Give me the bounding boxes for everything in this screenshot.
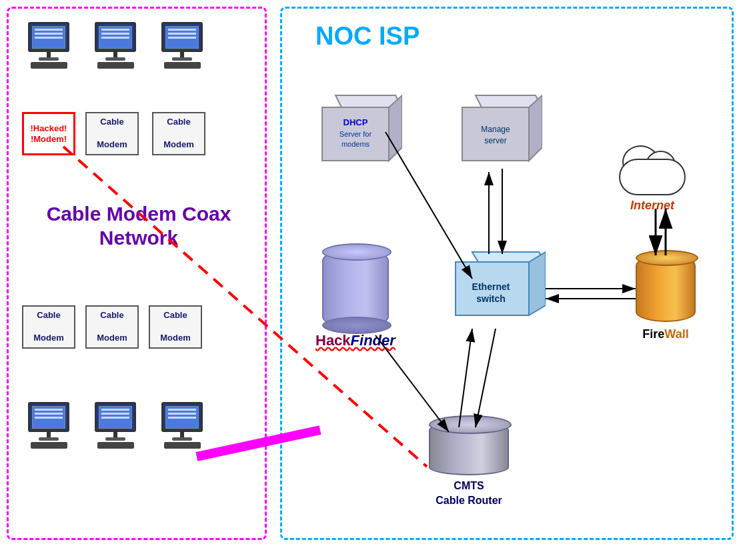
firewall-cylinder xyxy=(636,255,696,322)
svg-text:DHCP: DHCP xyxy=(343,117,368,127)
hackfinder-cylinder xyxy=(322,249,389,329)
ethernet-switch: Ethernet switch xyxy=(452,249,546,329)
noc-isp-section: NOC ISP DHCP Server for modems Manage se… xyxy=(280,7,734,540)
cmts-label: CMTS Cable Router xyxy=(436,479,502,509)
cable-modem-section: !Hacked! !Modem! Cable Modem Cable Modem… xyxy=(7,7,267,540)
computer-1 xyxy=(22,22,75,69)
svg-text:server: server xyxy=(484,136,506,145)
internet-cloud xyxy=(609,142,696,195)
dhcp-server: DHCP Server for modems xyxy=(315,89,402,169)
computer-4 xyxy=(22,402,75,449)
monitor-1 xyxy=(28,22,69,52)
computer-5 xyxy=(89,402,142,449)
bottom-modems: Cable Modem Cable Modem Cable Modem xyxy=(22,305,202,349)
svg-text:Server for: Server for xyxy=(339,130,372,138)
svg-text:Ethernet: Ethernet xyxy=(472,281,510,292)
cable-modem-1: Cable Modem xyxy=(85,112,139,155)
computer-2 xyxy=(89,22,142,69)
cable-modem-5: Cable Modem xyxy=(149,305,202,349)
svg-marker-13 xyxy=(529,252,546,315)
svg-line-19 xyxy=(476,329,496,427)
network-label-text: Cable Modem Coax Network xyxy=(29,202,249,250)
computer-6 xyxy=(155,402,209,449)
svg-marker-8 xyxy=(529,95,542,161)
cable-modem-2: Cable Modem xyxy=(152,112,205,155)
svg-line-21 xyxy=(459,329,472,427)
computer-3 xyxy=(155,22,209,69)
hackfinder-label: HackFinder xyxy=(315,332,396,349)
cable-modem-3: Cable Modem xyxy=(22,305,75,349)
svg-text:Manage: Manage xyxy=(481,125,510,134)
top-computers xyxy=(22,22,209,69)
svg-line-20 xyxy=(376,335,449,432)
svg-marker-2 xyxy=(389,95,402,161)
internet-container: Internet xyxy=(609,142,696,213)
hacked-modem: !Hacked! !Modem! xyxy=(22,112,75,155)
svg-text:modems: modems xyxy=(341,140,370,148)
manage-server-icon: Manage server xyxy=(456,89,542,169)
firewall-label: FireWall xyxy=(642,327,688,341)
hackfinder-container: HackFinder xyxy=(315,249,396,349)
firewall-container: FireWall xyxy=(636,255,696,341)
cable-modem-4: Cable Modem xyxy=(85,305,139,349)
manage-server: Manage server xyxy=(456,89,542,169)
top-modems: Cable Modem Cable Modem xyxy=(85,112,205,155)
svg-rect-7 xyxy=(462,107,529,161)
internet-label: Internet xyxy=(630,199,674,213)
svg-text:switch: switch xyxy=(476,293,506,304)
bottom-computers xyxy=(22,402,209,449)
ethernet-switch-icon: Ethernet switch xyxy=(452,249,546,329)
network-label: Cable Modem Coax Network xyxy=(29,202,249,250)
hacked-text: !Hacked! !Modem! xyxy=(31,123,67,144)
dhcp-server-icon: DHCP Server for modems xyxy=(315,89,402,169)
cmts-container: CMTS Cable Router xyxy=(429,422,509,509)
noc-title: NOC ISP xyxy=(315,22,420,51)
cmts-cylinder xyxy=(429,422,509,475)
